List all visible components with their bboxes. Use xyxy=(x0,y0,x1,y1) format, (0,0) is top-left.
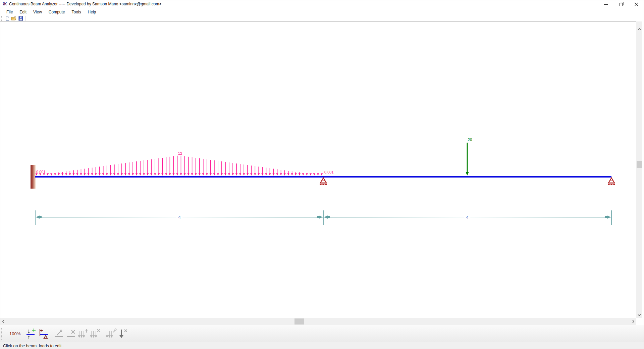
app-icon: Ж xyxy=(2,1,7,7)
horizontal-scroll-thumb[interactable] xyxy=(294,318,304,325)
dimension-lines: 4 4 xyxy=(35,210,611,225)
line-x-icon xyxy=(65,328,77,340)
scroll-down-button[interactable] xyxy=(636,312,642,318)
horizontal-scrollbar[interactable] xyxy=(0,318,636,325)
delete-distributed-load-button[interactable] xyxy=(89,327,101,341)
menu-tools[interactable]: Tools xyxy=(68,9,85,15)
status-bar: Click on the beam loads to edit.. xyxy=(0,342,644,349)
edit-beam-spans-button[interactable] xyxy=(25,327,37,341)
bottom-toolbar-separator xyxy=(103,328,103,340)
point-load-x-icon xyxy=(117,328,129,340)
close-button[interactable] xyxy=(629,0,644,8)
menu-file[interactable]: File xyxy=(3,9,16,15)
distributed-load[interactable] xyxy=(36,156,323,176)
line-wrench-icon xyxy=(53,328,65,340)
chevron-right-icon xyxy=(632,320,634,323)
span2-length-label: 4 xyxy=(466,215,468,220)
status-text: Click on the beam loads to edit.. xyxy=(3,344,64,348)
menu-edit[interactable]: Edit xyxy=(16,9,30,15)
span-dimension-plus-icon xyxy=(25,328,37,340)
zoom-level: 100% xyxy=(9,331,20,336)
distributed-load-peak-label[interactable]: 12 xyxy=(178,151,182,155)
support-icon xyxy=(38,328,49,340)
menu-view[interactable]: View xyxy=(30,9,45,15)
menu-compute[interactable]: Compute xyxy=(45,9,68,15)
menu-bar: File Edit View Compute Tools Help xyxy=(0,8,644,15)
save-icon xyxy=(18,16,23,21)
distributed-load-end-label[interactable]: 0.001 xyxy=(324,170,334,174)
title-bar: Ж Continuous Beam Analyzer ----- Develop… xyxy=(0,0,644,8)
open-file-button[interactable] xyxy=(11,15,17,21)
delete-point-load-button[interactable] xyxy=(117,327,129,341)
point-load-label: 20 xyxy=(468,138,472,142)
restore-button[interactable] xyxy=(613,0,629,8)
chevron-down-icon xyxy=(638,314,641,316)
scroll-left-button[interactable] xyxy=(0,318,6,325)
top-toolbar xyxy=(0,15,644,21)
distributed-load-wrench-icon xyxy=(105,328,117,340)
bottom-toolbar: 100% xyxy=(0,325,644,342)
vertical-scrollbar[interactable] xyxy=(636,21,642,318)
chevron-left-icon xyxy=(2,320,4,323)
minimize-button[interactable] xyxy=(598,0,613,8)
scroll-up-button[interactable] xyxy=(636,26,642,32)
distributed-load-x-icon xyxy=(90,328,101,340)
new-file-button[interactable] xyxy=(4,15,11,21)
bottom-toolbar-separator xyxy=(51,328,51,340)
scroll-right-button[interactable] xyxy=(630,318,636,325)
delete-member-load-button[interactable] xyxy=(65,327,77,341)
distributed-load-start-label[interactable]: 0.001 xyxy=(36,170,46,174)
edit-distributed-load-button[interactable] xyxy=(105,327,117,341)
distributed-load-plus-icon xyxy=(77,328,89,340)
fixed-support[interactable] xyxy=(31,165,36,189)
add-distributed-load-button[interactable] xyxy=(77,327,89,341)
chevron-up-icon xyxy=(638,28,641,30)
span1-length-label: 4 xyxy=(178,215,180,220)
app-window: Ж Continuous Beam Analyzer ----- Develop… xyxy=(0,0,644,349)
pin-support-middle[interactable] xyxy=(320,178,327,185)
edit-supports-button[interactable] xyxy=(37,327,49,341)
beam-drawing: 0.001 12 0.001 20 xyxy=(0,21,636,318)
window-title: Continuous Beam Analyzer ----- Developed… xyxy=(9,2,161,6)
point-load[interactable]: 20 xyxy=(466,138,472,176)
menu-help[interactable]: Help xyxy=(85,9,100,15)
restore-icon xyxy=(620,3,623,6)
new-file-icon xyxy=(5,16,10,21)
close-icon xyxy=(634,2,638,6)
open-folder-icon xyxy=(11,16,17,21)
save-file-button[interactable] xyxy=(17,15,24,21)
edit-member-load-button[interactable] xyxy=(53,327,65,341)
bottom-toolbar-grip xyxy=(1,328,3,340)
beam-canvas[interactable]: 0.001 12 0.001 20 xyxy=(0,21,636,318)
vertical-scroll-thumb[interactable] xyxy=(637,161,642,168)
minimize-icon xyxy=(604,4,608,5)
pin-support-right[interactable] xyxy=(608,178,615,185)
toolbar-grip xyxy=(1,16,3,21)
toolbar-separator xyxy=(25,16,26,21)
